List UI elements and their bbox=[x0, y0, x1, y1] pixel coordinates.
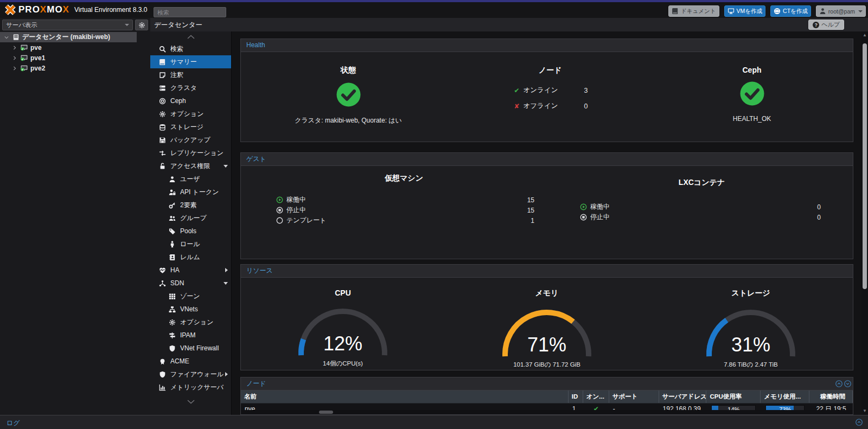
nav-item-api-tokens[interactable]: API トークン bbox=[150, 185, 231, 199]
column-header[interactable]: CPU使用率 bbox=[706, 390, 761, 403]
proxmox-x-icon bbox=[4, 4, 16, 16]
resources-panel: リソース CPU12%14個のCPU(s)メモリ71%101.37 GiBの 7… bbox=[240, 264, 853, 370]
tree-settings-button[interactable] bbox=[135, 20, 148, 30]
nav-scroll-down-icon[interactable] bbox=[150, 398, 231, 406]
nav-item-firewall[interactable]: ファイアウォール bbox=[150, 368, 231, 381]
topbar-buttons: ドキュメント VMを作成 CTを作成 root@pam bbox=[668, 5, 866, 17]
nav-item-ipam[interactable]: IPAM bbox=[150, 329, 231, 342]
log-panel-header: ログ bbox=[0, 415, 868, 429]
network-icon bbox=[168, 306, 176, 313]
nav-item-ceph[interactable]: Ceph bbox=[150, 94, 231, 107]
nav-item-permissions[interactable]: アクセス権限 bbox=[150, 159, 231, 172]
nav-item-two-factor[interactable]: 2要素 bbox=[150, 199, 231, 212]
gauge-caption: 7.86 TiBの 2.47 TiB bbox=[649, 361, 853, 369]
column-header[interactable]: 稼働時間 bbox=[809, 390, 853, 403]
tree-expander-icon[interactable] bbox=[11, 56, 17, 60]
chevron-right-icon bbox=[225, 268, 228, 272]
nav-item-users[interactable]: ユーザ bbox=[150, 172, 231, 185]
nav-item-notes[interactable]: 注釈 bbox=[150, 68, 231, 81]
tree-expander-icon[interactable] bbox=[3, 35, 9, 40]
help-button[interactable]: ?ヘルプ bbox=[808, 20, 844, 30]
tree-item-pve1[interactable]: pve1 bbox=[0, 53, 150, 63]
column-header[interactable]: オン... bbox=[583, 390, 609, 403]
column-header[interactable]: メモリ使用... bbox=[761, 390, 809, 403]
table-horizontal-scrollbar[interactable] bbox=[241, 410, 853, 414]
tree-expander-icon[interactable] bbox=[11, 46, 17, 50]
scroll-up-arrow[interactable]: ▲ bbox=[863, 33, 867, 37]
scrollbar-thumb[interactable] bbox=[319, 411, 333, 414]
stopped-icon bbox=[276, 207, 283, 214]
nav-item-backup[interactable]: バックアップ bbox=[150, 133, 231, 146]
ceph-caption: HEALTH_OK bbox=[651, 115, 853, 123]
nav-scroll-up-icon[interactable] bbox=[150, 33, 231, 41]
tree-item-datacenter[interactable]: データセンター (makibi-web) bbox=[0, 32, 150, 42]
running-icon bbox=[276, 196, 283, 203]
node-icon bbox=[20, 44, 28, 51]
guest-status-row: 停止中0 bbox=[553, 212, 851, 222]
storage-gauge: 31% bbox=[705, 306, 797, 359]
vertical-scrollbar[interactable]: ▲ ▼ bbox=[861, 31, 868, 415]
cross-icon: ✘ bbox=[513, 103, 521, 110]
nav-item-ha[interactable]: HA bbox=[150, 264, 231, 277]
health-panel-header: Health bbox=[241, 39, 853, 52]
log-expand-icon[interactable] bbox=[856, 419, 863, 426]
create-ct-button[interactable]: CTを作成 bbox=[770, 5, 811, 17]
nav-item-vnets[interactable]: VNets bbox=[150, 303, 231, 316]
nav-item-search[interactable]: 検索 bbox=[150, 42, 231, 55]
guest-status-label: 稼働中 bbox=[590, 202, 610, 212]
gauge-title: ストレージ bbox=[649, 289, 853, 298]
nav-item-label: ファイアウォール bbox=[170, 370, 224, 379]
nav-item-groups[interactable]: グループ bbox=[150, 212, 231, 225]
nav-item-label: ゾーン bbox=[180, 292, 200, 301]
column-header[interactable]: サポート bbox=[609, 390, 659, 403]
nav-item-label: オプション bbox=[170, 110, 203, 119]
guest-status-value: 0 bbox=[817, 203, 821, 211]
nav-item-label: VNet Firewall bbox=[180, 344, 219, 352]
nav-item-zones[interactable]: ゾーン bbox=[150, 290, 231, 303]
nav-item-sdn[interactable]: SDN bbox=[150, 277, 231, 290]
documentation-button[interactable]: ドキュメント bbox=[668, 5, 719, 17]
collapse-up-icon[interactable] bbox=[835, 380, 843, 387]
user-menu-button[interactable]: root@pam bbox=[816, 5, 866, 17]
global-search-input[interactable] bbox=[154, 7, 226, 17]
nav-item-summary[interactable]: サマリー bbox=[150, 55, 231, 68]
nav-item-acme[interactable]: ACME bbox=[150, 355, 231, 368]
cluster-status-col: 状態 クラスタ: makibi-web, Quorate: はい bbox=[247, 52, 449, 125]
column-header[interactable]: サーバアドレス bbox=[659, 390, 707, 403]
nav-item-cluster[interactable]: クラスタ bbox=[150, 81, 231, 94]
collapse-down-icon[interactable] bbox=[844, 380, 851, 387]
nav-item-label: レルム bbox=[180, 253, 200, 262]
column-header[interactable]: 名前 bbox=[241, 390, 569, 403]
scrollbar-thumb[interactable] bbox=[863, 43, 867, 289]
nav-item-vnet-firewall[interactable]: VNet Firewall bbox=[150, 342, 231, 355]
stopped-icon bbox=[580, 214, 587, 221]
summary-content: Health 状態 クラスタ: makibi-web, Quorate: はい … bbox=[232, 31, 861, 415]
cert-icon bbox=[158, 358, 166, 365]
nav-item-label: 注釈 bbox=[170, 71, 183, 80]
cpu-gauge-col: CPU12%14個のCPU(s) bbox=[241, 278, 445, 369]
column-header[interactable]: ID bbox=[569, 390, 583, 403]
gear-icon bbox=[138, 22, 145, 29]
tree-item-label: データセンター (makibi-web) bbox=[22, 33, 110, 42]
create-vm-button[interactable]: VMを作成 bbox=[724, 5, 766, 17]
tree-item-pve[interactable]: pve bbox=[0, 42, 150, 53]
datacenter-nav: 検索サマリー注釈クラスタCephオプションストレージバックアップレプリケーション… bbox=[150, 31, 232, 415]
nav-item-pools[interactable]: Pools bbox=[150, 225, 231, 238]
nav-item-realms[interactable]: レルム bbox=[150, 251, 231, 264]
container-icon bbox=[774, 8, 781, 15]
nav-item-replication[interactable]: レプリケーション bbox=[150, 146, 231, 159]
unlock-icon bbox=[158, 163, 166, 170]
log-title: ログ bbox=[7, 419, 20, 428]
nav-item-roles[interactable]: ロール bbox=[150, 238, 231, 251]
nav-item-metric-server[interactable]: メトリックサーバ bbox=[150, 381, 231, 394]
male-icon bbox=[168, 241, 176, 248]
tree-expander-icon[interactable] bbox=[11, 66, 17, 71]
scroll-down-arrow[interactable]: ▼ bbox=[863, 409, 867, 413]
chevron-down-icon bbox=[224, 165, 228, 168]
server-view-select[interactable]: サーバ表示 bbox=[2, 20, 133, 30]
nav-item-storage[interactable]: ストレージ bbox=[150, 120, 231, 133]
nav-item-sdn-options[interactable]: オプション bbox=[150, 316, 231, 329]
guest-status-value: 15 bbox=[527, 207, 534, 214]
tree-item-pve2[interactable]: pve2 bbox=[0, 63, 150, 73]
nav-item-options[interactable]: オプション bbox=[150, 107, 231, 120]
